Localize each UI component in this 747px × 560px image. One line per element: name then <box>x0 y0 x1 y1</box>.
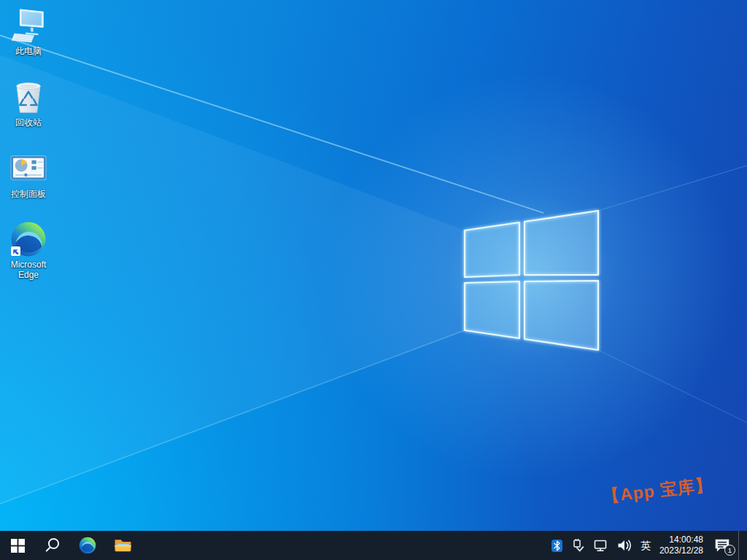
bluetooth-tray-button[interactable] <box>548 531 566 560</box>
network-icon <box>593 538 609 553</box>
taskbar-clock[interactable]: 14:00:48 2023/12/28 <box>655 534 709 556</box>
desktop-icon-label: 此电脑 <box>1 46 56 56</box>
shortcut-arrow-icon <box>11 246 20 256</box>
search-button[interactable] <box>35 531 70 560</box>
volume-tray-button[interactable] <box>613 531 636 560</box>
network-tray-button[interactable] <box>589 531 613 560</box>
taskbar-edge-button[interactable] <box>70 531 105 560</box>
clock-time: 14:00:48 <box>659 534 703 545</box>
clock-date: 2023/12/28 <box>659 545 703 556</box>
notification-badge: 1 <box>724 545 735 556</box>
folder-icon <box>114 537 132 553</box>
system-tray: 英 14:00:48 2023/12/28 1 <box>548 531 747 560</box>
desktop-icon-label: Microsoft Edge <box>2 260 55 280</box>
edge-logo-icon <box>79 537 96 554</box>
usb-safely-remove-button[interactable] <box>566 531 589 560</box>
volume-icon <box>616 539 632 552</box>
usb-safely-remove-icon <box>570 538 586 553</box>
desktop-icon-microsoft-edge[interactable]: Microsoft Edge <box>1 221 56 280</box>
windows-logo-icon <box>11 539 25 553</box>
desktop-icon-label: 控制面板 <box>1 189 56 199</box>
desktop-icon-label: 回收站 <box>1 117 56 128</box>
magnifier-icon <box>44 537 61 553</box>
taskbar: 英 14:00:48 2023/12/28 1 <box>0 531 747 560</box>
bluetooth-icon <box>551 540 562 552</box>
desktop-wallpaper: 此电脑 回收站 控制面板 Microsoft Edge 【App 宝库】 <box>0 0 747 531</box>
show-desktop-button[interactable] <box>738 531 743 560</box>
start-button[interactable] <box>0 531 35 560</box>
action-center-button[interactable]: 1 <box>709 531 738 560</box>
wallpaper-light-rays <box>0 0 747 531</box>
desktop-icon-control-panel[interactable]: 控制面板 <box>1 150 56 199</box>
desktop-icon-recycle-bin[interactable]: 回收站 <box>1 79 56 128</box>
desktop-icon-this-pc[interactable]: 此电脑 <box>1 7 56 56</box>
recycle-bin-icon <box>10 79 47 115</box>
windows-logo-wallpaper <box>465 211 598 350</box>
this-pc-icon <box>10 7 47 44</box>
control-panel-icon <box>10 154 47 184</box>
windows-desktop: 此电脑 回收站 控制面板 Microsoft Edge 【App 宝库】 <box>0 0 747 560</box>
taskbar-file-explorer-button[interactable] <box>105 531 140 560</box>
ime-indicator[interactable]: 英 <box>636 531 655 560</box>
